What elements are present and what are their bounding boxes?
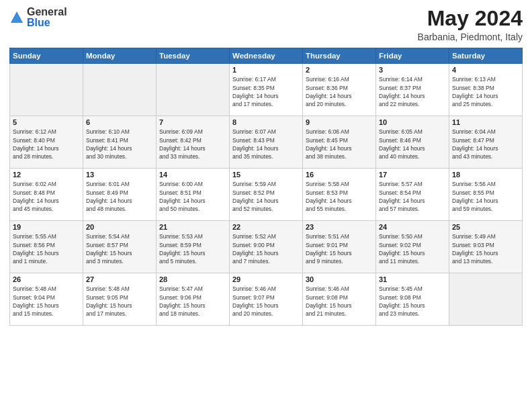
logo-general: General — [27, 6, 67, 17]
logo-text: General Blue — [27, 7, 67, 28]
day-number: 3 — [379, 66, 446, 74]
calendar-cell: 10Sunrise: 6:05 AM Sunset: 8:46 PM Dayli… — [376, 116, 449, 169]
week-row-1: 5Sunrise: 6:12 AM Sunset: 8:40 PM Daylig… — [10, 116, 523, 169]
day-info: Sunrise: 5:45 AM Sunset: 9:08 PM Dayligh… — [379, 285, 446, 318]
day-info: Sunrise: 5:46 AM Sunset: 9:08 PM Dayligh… — [306, 285, 373, 318]
day-number: 30 — [306, 275, 373, 283]
calendar-cell: 5Sunrise: 6:12 AM Sunset: 8:40 PM Daylig… — [10, 116, 83, 169]
day-number: 9 — [306, 118, 373, 126]
day-info: Sunrise: 5:48 AM Sunset: 9:05 PM Dayligh… — [86, 285, 153, 318]
day-number: 29 — [232, 275, 300, 283]
calendar-cell: 13Sunrise: 6:01 AM Sunset: 8:49 PM Dayli… — [83, 169, 157, 221]
calendar-cell: 23Sunrise: 5:51 AM Sunset: 9:01 PM Dayli… — [303, 221, 376, 273]
day-number: 7 — [159, 118, 226, 126]
calendar-cell: 26Sunrise: 5:48 AM Sunset: 9:04 PM Dayli… — [10, 273, 83, 326]
day-info: Sunrise: 6:07 AM Sunset: 8:43 PM Dayligh… — [232, 128, 300, 161]
week-row-2: 12Sunrise: 6:02 AM Sunset: 8:48 PM Dayli… — [10, 169, 523, 221]
calendar-cell: 9Sunrise: 6:06 AM Sunset: 8:45 PM Daylig… — [303, 116, 376, 169]
day-info: Sunrise: 6:05 AM Sunset: 8:46 PM Dayligh… — [379, 128, 446, 161]
calendar-cell: 18Sunrise: 5:56 AM Sunset: 8:55 PM Dayli… — [449, 169, 523, 221]
day-number: 31 — [379, 275, 446, 283]
calendar-cell: 28Sunrise: 5:47 AM Sunset: 9:06 PM Dayli… — [157, 273, 230, 326]
week-row-0: 1Sunrise: 6:17 AM Sunset: 8:35 PM Daylig… — [10, 64, 523, 116]
day-number: 22 — [232, 223, 300, 231]
calendar-cell: 4Sunrise: 6:13 AM Sunset: 8:38 PM Daylig… — [449, 64, 523, 116]
day-info: Sunrise: 5:47 AM Sunset: 9:06 PM Dayligh… — [159, 285, 226, 318]
day-info: Sunrise: 6:02 AM Sunset: 8:48 PM Dayligh… — [13, 180, 80, 213]
calendar-cell: 20Sunrise: 5:54 AM Sunset: 8:57 PM Dayli… — [83, 221, 157, 273]
calendar-cell: 16Sunrise: 5:58 AM Sunset: 8:53 PM Dayli… — [303, 169, 376, 221]
day-number: 4 — [452, 66, 519, 74]
calendar-cell: 11Sunrise: 6:04 AM Sunset: 8:47 PM Dayli… — [449, 116, 523, 169]
col-header-tuesday: Tuesday — [157, 48, 230, 64]
day-info: Sunrise: 6:12 AM Sunset: 8:40 PM Dayligh… — [13, 128, 80, 161]
calendar-cell: 24Sunrise: 5:50 AM Sunset: 9:02 PM Dayli… — [376, 221, 449, 273]
day-number: 19 — [13, 223, 80, 231]
day-info: Sunrise: 6:06 AM Sunset: 8:45 PM Dayligh… — [306, 128, 373, 161]
day-info: Sunrise: 5:56 AM Sunset: 8:55 PM Dayligh… — [452, 180, 519, 213]
day-number: 10 — [379, 118, 446, 126]
calendar-cell: 14Sunrise: 6:00 AM Sunset: 8:51 PM Dayli… — [157, 169, 230, 221]
logo-icon — [9, 10, 24, 25]
day-number: 15 — [232, 171, 300, 179]
calendar-cell: 12Sunrise: 6:02 AM Sunset: 8:48 PM Dayli… — [10, 169, 83, 221]
day-info: Sunrise: 5:48 AM Sunset: 9:04 PM Dayligh… — [13, 285, 80, 318]
header-row: SundayMondayTuesdayWednesdayThursdayFrid… — [10, 48, 523, 64]
calendar-cell: 8Sunrise: 6:07 AM Sunset: 8:43 PM Daylig… — [230, 116, 303, 169]
page: General Blue May 2024 Barbania, Piedmont… — [0, 0, 532, 411]
day-info: Sunrise: 5:58 AM Sunset: 8:53 PM Dayligh… — [306, 180, 373, 213]
calendar-cell — [449, 273, 523, 326]
day-info: Sunrise: 6:01 AM Sunset: 8:49 PM Dayligh… — [86, 180, 153, 213]
title-block: May 2024 Barbania, Piedmont, Italy — [418, 7, 523, 42]
calendar-cell: 27Sunrise: 5:48 AM Sunset: 9:05 PM Dayli… — [83, 273, 157, 326]
logo: General Blue — [9, 7, 67, 28]
day-info: Sunrise: 5:50 AM Sunset: 9:02 PM Dayligh… — [379, 232, 446, 265]
day-number: 11 — [452, 118, 519, 126]
day-number: 25 — [452, 223, 519, 231]
day-info: Sunrise: 5:54 AM Sunset: 8:57 PM Dayligh… — [86, 232, 153, 265]
week-row-4: 26Sunrise: 5:48 AM Sunset: 9:04 PM Dayli… — [10, 273, 523, 326]
calendar-cell: 29Sunrise: 5:46 AM Sunset: 9:07 PM Dayli… — [230, 273, 303, 326]
calendar-cell: 6Sunrise: 6:10 AM Sunset: 8:41 PM Daylig… — [83, 116, 157, 169]
calendar-cell: 7Sunrise: 6:09 AM Sunset: 8:42 PM Daylig… — [157, 116, 230, 169]
calendar-cell: 15Sunrise: 5:59 AM Sunset: 8:52 PM Dayli… — [230, 169, 303, 221]
day-info: Sunrise: 6:09 AM Sunset: 8:42 PM Dayligh… — [159, 128, 226, 161]
day-info: Sunrise: 5:59 AM Sunset: 8:52 PM Dayligh… — [232, 180, 300, 213]
calendar-cell: 22Sunrise: 5:52 AM Sunset: 9:00 PM Dayli… — [230, 221, 303, 273]
day-info: Sunrise: 5:52 AM Sunset: 9:00 PM Dayligh… — [232, 232, 300, 265]
day-number: 5 — [13, 118, 80, 126]
calendar-cell: 25Sunrise: 5:49 AM Sunset: 9:03 PM Dayli… — [449, 221, 523, 273]
day-info: Sunrise: 6:14 AM Sunset: 8:37 PM Dayligh… — [379, 75, 446, 108]
day-number: 1 — [232, 66, 300, 74]
day-number: 16 — [306, 171, 373, 179]
day-info: Sunrise: 6:17 AM Sunset: 8:35 PM Dayligh… — [232, 75, 300, 108]
day-info: Sunrise: 6:16 AM Sunset: 8:36 PM Dayligh… — [306, 75, 373, 108]
day-number: 28 — [159, 275, 226, 283]
day-number: 12 — [13, 171, 80, 179]
calendar-cell: 30Sunrise: 5:46 AM Sunset: 9:08 PM Dayli… — [303, 273, 376, 326]
day-number: 20 — [86, 223, 153, 231]
main-title: May 2024 — [418, 7, 523, 30]
day-info: Sunrise: 6:00 AM Sunset: 8:51 PM Dayligh… — [159, 180, 226, 213]
day-info: Sunrise: 5:51 AM Sunset: 9:01 PM Dayligh… — [306, 232, 373, 265]
calendar-cell — [157, 64, 230, 116]
day-info: Sunrise: 6:13 AM Sunset: 8:38 PM Dayligh… — [452, 75, 519, 108]
calendar-cell: 3Sunrise: 6:14 AM Sunset: 8:37 PM Daylig… — [376, 64, 449, 116]
day-info: Sunrise: 6:10 AM Sunset: 8:41 PM Dayligh… — [86, 128, 153, 161]
day-number: 18 — [452, 171, 519, 179]
calendar-table: SundayMondayTuesdayWednesdayThursdayFrid… — [9, 48, 523, 326]
calendar-cell — [83, 64, 157, 116]
col-header-monday: Monday — [83, 48, 157, 64]
day-number: 23 — [306, 223, 373, 231]
col-header-saturday: Saturday — [449, 48, 523, 64]
calendar-cell — [10, 64, 83, 116]
calendar-cell: 2Sunrise: 6:16 AM Sunset: 8:36 PM Daylig… — [303, 64, 376, 116]
day-number: 6 — [86, 118, 153, 126]
day-info: Sunrise: 6:04 AM Sunset: 8:47 PM Dayligh… — [452, 128, 519, 161]
col-header-sunday: Sunday — [10, 48, 83, 64]
col-header-wednesday: Wednesday — [230, 48, 303, 64]
day-number: 13 — [86, 171, 153, 179]
col-header-thursday: Thursday — [303, 48, 376, 64]
logo-blue: Blue — [27, 17, 50, 28]
day-number: 14 — [159, 171, 226, 179]
